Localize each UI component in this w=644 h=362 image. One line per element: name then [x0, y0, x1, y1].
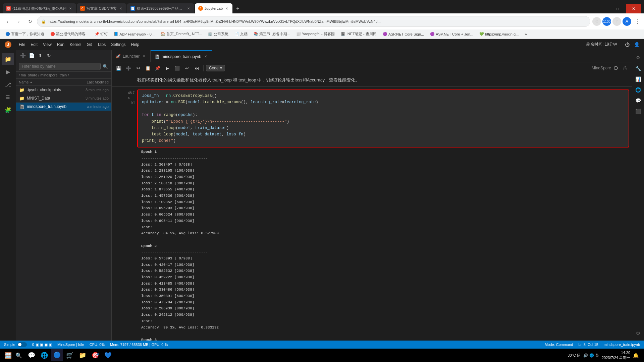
right-icon-2[interactable]: 🔧	[634, 64, 643, 73]
menu-item-edit[interactable]: Edit	[28, 41, 40, 48]
right-icon-7[interactable]: ⚙	[634, 328, 643, 338]
browser-tab-4[interactable]: J JupyterLab ✕	[195, 3, 232, 13]
add-cell-button[interactable]: ➕	[124, 64, 133, 72]
back-button[interactable]: ‹	[3, 17, 12, 26]
tab2-label: 写文章-CSDN博客	[87, 6, 117, 11]
taskbar-icon-chat[interactable]: 💬	[25, 349, 38, 361]
ext-icon-3[interactable]: Y	[612, 17, 621, 26]
tab3-close[interactable]: ✕	[186, 6, 191, 11]
menu-item-view[interactable]: View	[40, 41, 54, 48]
menu-item-settings[interactable]: Settings	[108, 41, 128, 48]
taskbar-icon-edge[interactable]: 🔵	[51, 349, 63, 361]
save-button[interactable]: 💾	[114, 64, 123, 72]
bookmark-lesson3[interactable]: 📚第三节: 必备中期...	[251, 31, 293, 37]
bookmark-net[interactable]: 📓.NET笔记 - 查川民	[338, 31, 379, 37]
col-modified-header[interactable]: Last Modified	[68, 80, 109, 84]
taskbar-icon-app1[interactable]: 🎯	[89, 349, 101, 361]
notebook-tab-close[interactable]: ✕	[203, 54, 208, 59]
window-close[interactable]: ✕	[626, 4, 641, 13]
paste-cell-button[interactable]: 📌	[153, 64, 162, 72]
ext-icon-1[interactable]: ⚙	[592, 17, 601, 26]
taskbar-icon-store[interactable]: 🛒	[64, 349, 76, 361]
bookmark-asp1[interactable]: 🟣ASP.NET Core Sign...	[380, 31, 427, 37]
tab-notebook[interactable]: 📓 mindspore_train.ipynb ✕	[151, 50, 212, 62]
new-tab-button[interactable]: +	[233, 4, 243, 13]
sidebar-icon-extensions[interactable]: 🧩	[2, 104, 14, 116]
bookmark-yao[interactable]: 📰Yaopengfei - 博客园	[293, 31, 337, 37]
file-search-input[interactable]	[19, 63, 101, 70]
bookmarks-more[interactable]: »	[522, 31, 530, 37]
bookmark-asp2[interactable]: 🟣ASP.NET Core + Jen...	[427, 31, 476, 37]
sidebar-icon-files[interactable]: 📁	[2, 53, 14, 65]
bookmark-baidu[interactable]: 🔵百度一下，你就知道	[3, 31, 47, 37]
taskbar-icon-app2[interactable]: 💙	[102, 349, 114, 361]
browser-tab-2[interactable]: C 写文章-CSDN博客 ✕	[77, 3, 126, 13]
sidebar-icon-git[interactable]: ⎇	[2, 78, 14, 90]
reload-button[interactable]: ↻	[25, 17, 35, 26]
tab1-close[interactable]: ✕	[68, 6, 73, 11]
forward-button[interactable]: ›	[14, 17, 23, 26]
window-minimize[interactable]: ─	[594, 4, 609, 13]
bookmark-abp[interactable]: 📘ABP Framework - 0...	[111, 31, 157, 37]
bookmark-docs[interactable]: 📄文档	[232, 31, 250, 37]
right-icon-4[interactable]: 🌐	[634, 85, 643, 95]
ext-icon-2[interactable]: 1100	[602, 17, 611, 26]
bookmark-csdn[interactable]: 🔴墨公报代码的博客...	[48, 31, 91, 37]
bookmark-dotnet9[interactable]: 🏠首页_Dotnet9_.NET...	[158, 31, 205, 37]
window-maximize[interactable]: □	[610, 4, 625, 13]
bookmark-dd[interactable]: 📌钉钉	[92, 31, 110, 37]
epoch1-test: Test:	[141, 224, 625, 231]
right-icon-6[interactable]: ⬛	[634, 107, 643, 116]
cell-input[interactable]: loss_fn = nn.CrossEntropyLoss() optimize…	[137, 89, 629, 148]
cell-type-selector[interactable]: Code ▾	[206, 65, 225, 71]
restart-run-button[interactable]: ⏭	[192, 64, 201, 72]
menu-item-run[interactable]: Run	[54, 41, 67, 48]
search-icon[interactable]: 🔍	[102, 63, 109, 70]
right-icon-3[interactable]: 📊	[634, 74, 643, 84]
list-item[interactable]: 📁 .ipynb_checkpoints 3 minutes ago	[16, 86, 111, 94]
search-taskbar[interactable]: 🔍	[13, 350, 24, 361]
right-icon-1[interactable]: ⚙	[634, 53, 643, 62]
taskbar-icon-globe[interactable]: 🌐	[38, 349, 50, 361]
refresh-button[interactable]: ↻	[45, 52, 53, 60]
copy-cell-button[interactable]: 📋	[144, 64, 152, 72]
taskbar-icon-folder[interactable]: 📁	[76, 349, 89, 361]
menu-button[interactable]: ⋮	[633, 17, 641, 26]
menu-item-help[interactable]: Help	[128, 41, 142, 48]
sidebar-icon-run[interactable]: ▶	[2, 66, 14, 78]
tab2-close[interactable]: ✕	[118, 6, 123, 11]
epoch1-acc: Accuracy: 84.5%, Avg loss: 0.527900	[141, 230, 625, 237]
menu-item-file[interactable]: File	[16, 41, 28, 48]
restart-button[interactable]: ↩	[182, 64, 191, 72]
menu-item-kernel[interactable]: Kernel	[67, 41, 84, 48]
notebook-tab-icon: 📓	[155, 54, 160, 59]
new-file-button[interactable]: 📄	[28, 52, 36, 60]
user-avatar[interactable]: A	[623, 17, 631, 26]
address-bar[interactable]: 🔒 https://authoring-modelarts-cnnorth4.h…	[37, 16, 590, 27]
launcher-tab-close[interactable]: ✕	[142, 54, 146, 59]
sidebar-icon-toc[interactable]: ☰	[2, 91, 14, 103]
interrupt-button[interactable]: ⬛	[173, 64, 181, 72]
start-button[interactable]: 🪟	[3, 350, 13, 361]
tab-launcher[interactable]: 🚀 Launcher ✕	[112, 50, 151, 62]
power-button[interactable]: ⏻	[623, 40, 632, 49]
simple-toggle[interactable]: Simple	[4, 342, 27, 347]
tab4-close[interactable]: ✕	[224, 6, 229, 11]
menu-item-tabs[interactable]: Tabs	[95, 41, 108, 48]
new-folder-button[interactable]: ➕	[19, 52, 27, 60]
share-button[interactable]: ⎙	[621, 64, 629, 72]
bookmark-wx[interactable]: 💚https://mp.weixin.q...	[477, 31, 521, 37]
run-cell-button[interactable]: ▶	[163, 64, 172, 72]
col-name-header[interactable]: Name ▲	[19, 80, 68, 84]
upload-button[interactable]: ⬆	[36, 52, 44, 60]
menu-item-git[interactable]: Git	[84, 41, 95, 48]
list-item-selected[interactable]: 📓 mindspore_train.ipynb a minute ago	[16, 103, 111, 111]
bookmark-company[interactable]: 🏢公司系统	[205, 31, 231, 37]
cut-cell-button[interactable]: ✂	[134, 64, 143, 72]
browser-tab-1[interactable]: 墨 (11条消息) 墨公报代码_墨公系列 ✕	[3, 3, 76, 13]
list-item[interactable]: 📁 MNIST_Data 3 minutes ago	[16, 94, 111, 103]
user-profile[interactable]: 👤	[632, 40, 641, 49]
notification-icon[interactable]: 🔔	[633, 353, 639, 358]
right-icon-5[interactable]: 💬	[634, 96, 643, 105]
browser-tab-3[interactable]: 📄 徐涛+13960699696+产品验证 ✕	[127, 3, 194, 13]
